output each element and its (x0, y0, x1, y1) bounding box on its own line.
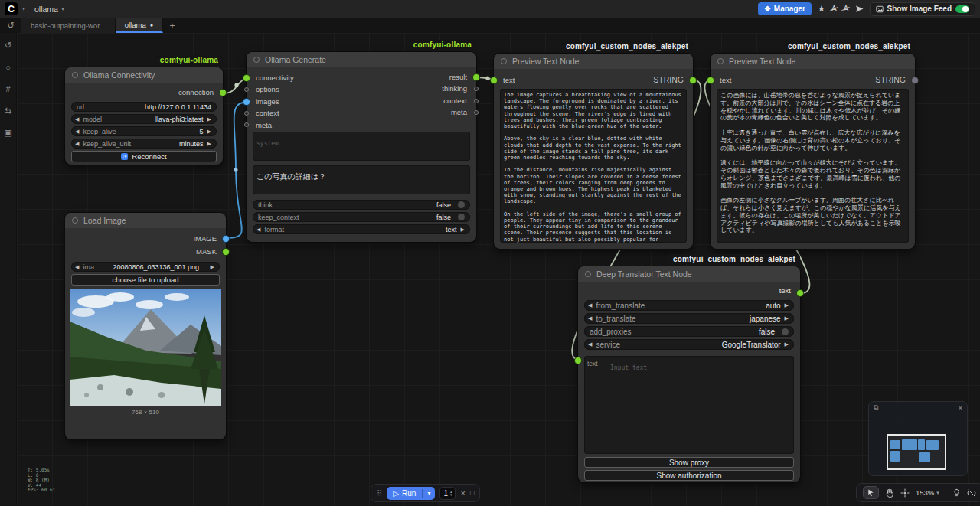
reconnect-button[interactable]: ⟳ Reconnect (71, 151, 217, 162)
output-dot-mask[interactable] (223, 249, 229, 255)
translator-input-textarea[interactable]: Input text (584, 356, 794, 454)
decrement-arrow-icon[interactable]: ◀ (588, 341, 592, 348)
collapse-dot-icon[interactable] (72, 217, 78, 224)
decrement-arrow-icon[interactable]: ◀ (75, 116, 79, 122)
node-preview-text-2[interactable]: comfyui_custom_nodes_alekpet Preview Tex… (710, 54, 915, 249)
toolbar-drag-handle-icon[interactable]: ⠿ (377, 489, 382, 498)
manager-button[interactable]: ❖ Manager (758, 2, 812, 15)
output-dot-result[interactable] (473, 74, 479, 80)
output-dot-text[interactable] (797, 290, 803, 296)
keep-context-toggle[interactable]: keep_context false (253, 212, 470, 222)
favorites-star-icon[interactable]: ★ (818, 5, 825, 13)
tab-basic-outpainting[interactable]: basic-outpainting-wor... (21, 18, 116, 33)
preview-text-area[interactable]: The image captures a breathtaking view o… (500, 89, 687, 243)
increment-arrow-icon[interactable]: ▶ (207, 116, 211, 122)
show-proxy-button[interactable]: Show proxy (584, 457, 794, 468)
system-prompt-textarea[interactable]: system (253, 132, 470, 161)
translate-alt-toggle-icon[interactable]: A (843, 5, 848, 13)
keep-alive-widget[interactable]: ◀ keep_alive 5 ▶ (71, 126, 217, 136)
increment-arrow-icon[interactable]: ▶ (785, 341, 789, 348)
prompt-textarea[interactable]: この写真の詳細は？ (253, 165, 470, 194)
minimap-close-icon[interactable]: × (959, 404, 962, 412)
decrement-arrow-icon[interactable]: ◀ (75, 129, 79, 135)
to-translate-combo[interactable]: ◀ to_translate japanese ▶ (584, 313, 794, 324)
model-widget[interactable]: ◀ model llava-phi3:latest ▶ (71, 114, 217, 124)
collapse-dot-icon[interactable] (501, 58, 507, 64)
sidebar-model-library-icon[interactable]: ⇆ (5, 106, 11, 116)
increment-arrow-icon[interactable]: ▶ (785, 302, 789, 308)
comfyui-logo-icon[interactable]: C (5, 2, 18, 15)
choose-file-button[interactable]: choose file to upload (71, 274, 220, 286)
pan-tool-button[interactable] (885, 488, 894, 498)
image-file-combo[interactable]: ◀ ima ... 20080806_033136_001.png ▶ (71, 262, 220, 272)
run-options-chevron-icon[interactable]: ▾ (423, 490, 435, 497)
tab-ollama[interactable]: ollama ● (116, 18, 163, 33)
collapse-dot-icon[interactable] (253, 57, 260, 63)
increment-arrow-icon[interactable]: ▶ (785, 315, 789, 322)
node-header[interactable]: Ollama Connectivity (65, 67, 223, 83)
workflow-menu[interactable]: ollama ▾ (30, 3, 69, 15)
node-deep-translator[interactable]: comfyui_custom_nodes_alekpet Deep Transl… (578, 266, 800, 482)
node-ollama-connectivity[interactable]: comfyui-ollama Ollama Connectivity conne… (65, 67, 223, 165)
toggle-links-button[interactable] (967, 488, 976, 498)
collapse-dot-icon[interactable] (72, 72, 78, 78)
node-header[interactable]: Preview Text Node (710, 54, 915, 69)
minimap-panel[interactable]: ⧉ × (868, 401, 968, 476)
node-header[interactable]: Load Image (65, 213, 226, 228)
sidebar-queue-icon[interactable]: ○ (5, 63, 11, 72)
toggle-knob[interactable] (458, 214, 465, 220)
node-header[interactable]: Ollama Generate (247, 52, 476, 67)
collapse-dot-icon[interactable] (585, 271, 591, 277)
increment-arrow-icon[interactable]: ▶ (461, 227, 465, 233)
format-combo[interactable]: ◀ format text ▶ (253, 224, 470, 234)
increment-arrow-icon[interactable]: ▶ (207, 141, 211, 147)
show-authorization-button[interactable]: Show authorization (584, 470, 794, 481)
logo-chevron-icon[interactable]: ▾ (22, 5, 25, 12)
image-feed-toggle[interactable] (956, 5, 969, 13)
sidebar-workflows-icon[interactable]: ↺ (5, 41, 11, 51)
decrement-arrow-icon[interactable]: ◀ (588, 315, 592, 322)
node-header[interactable]: Preview Text Node (494, 54, 693, 69)
url-widget[interactable]: url http://127.0.0.1:11434 (71, 102, 217, 112)
output-dot-image[interactable] (223, 236, 229, 242)
decrement-arrow-icon[interactable]: ◀ (75, 141, 79, 147)
node-ollama-generate[interactable]: comfyui-ollama Ollama Generate connectiv… (247, 52, 476, 242)
zoom-level-control[interactable]: 153% ▾ (916, 488, 939, 497)
fit-view-button[interactable] (900, 488, 910, 498)
decrement-arrow-icon[interactable]: ◀ (75, 264, 79, 270)
decrement-arrow-icon[interactable]: ◀ (588, 302, 592, 308)
output-dot-meta[interactable] (474, 110, 479, 115)
clear-queue-icon[interactable]: × (460, 488, 465, 498)
sidebar-gallery-icon[interactable]: ▣ (4, 128, 11, 138)
add-proxies-toggle[interactable]: add_proxies false (584, 326, 794, 337)
think-toggle[interactable]: think false (253, 200, 470, 210)
translate-toggle-icon[interactable]: A (831, 5, 837, 13)
node-load-image[interactable]: Load Image IMAGE MASK ◀ ima ... 20080806… (65, 213, 226, 439)
input-dot-meta[interactable] (244, 122, 249, 127)
output-dot-connection[interactable] (220, 90, 226, 96)
select-tool-button[interactable] (863, 486, 879, 499)
node-header[interactable]: Deep Translator Text Node (578, 266, 800, 282)
service-combo[interactable]: ◀ service GoogleTranslator ▶ (584, 339, 794, 350)
output-dot-thinking[interactable] (474, 87, 479, 91)
show-image-feed-button[interactable]: Show Image Feed (870, 2, 975, 16)
output-dot-string[interactable] (912, 77, 918, 83)
toggle-knob[interactable] (458, 201, 465, 208)
output-dot-string[interactable] (690, 77, 696, 83)
from-translate-combo[interactable]: ◀ from_translate auto ▶ (584, 300, 794, 311)
new-tab-button[interactable]: + (163, 18, 181, 33)
link-visibility-button[interactable] (952, 488, 961, 497)
run-button[interactable]: ▷ Run ▾ (387, 487, 435, 500)
increment-arrow-icon[interactable]: ▶ (207, 129, 211, 135)
minimap-content[interactable] (869, 413, 967, 475)
batch-count-input[interactable]: 1 ▴ ▾ (439, 487, 456, 500)
undo-history-icon[interactable]: ↺ (0, 18, 21, 33)
collapse-dot-icon[interactable] (717, 58, 724, 64)
minimap-menu-icon[interactable]: ⧉ (874, 403, 878, 412)
spin-down-icon[interactable]: ▾ (450, 493, 452, 496)
increment-arrow-icon[interactable]: ▶ (211, 264, 214, 270)
decrement-arrow-icon[interactable]: ◀ (256, 227, 260, 233)
input-dot-text[interactable] (575, 357, 581, 364)
preview-text-area[interactable]: この画像には、山岳地帯の息を呑むような風景が捉えられています。前景の大部分は川で… (717, 89, 909, 243)
node-preview-text-1[interactable]: comfyui_custom_nodes_alekpet Preview Tex… (494, 54, 693, 249)
